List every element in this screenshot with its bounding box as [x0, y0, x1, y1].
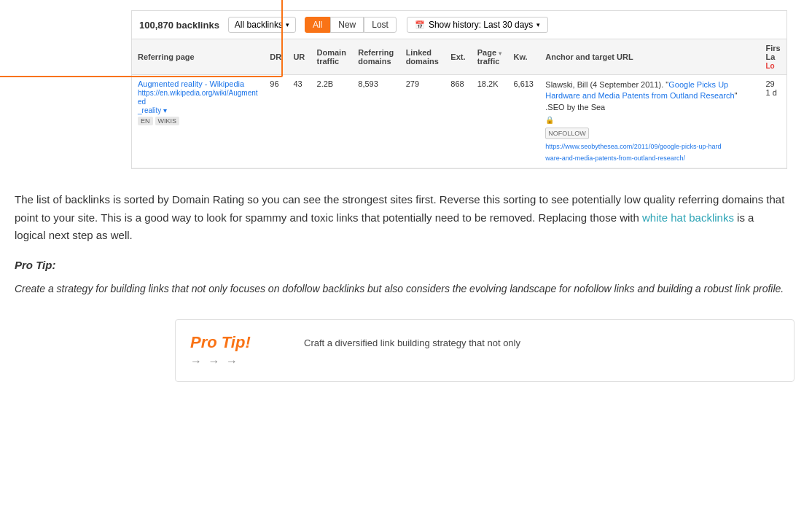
col-ext: Ext. [445, 39, 471, 75]
col-page-traffic[interactable]: Page ▾traffic [472, 39, 508, 75]
col-ur: UR [287, 39, 311, 75]
linked-domains-value: 279 [400, 75, 445, 168]
main-paragraph: The list of backlinks is sorted by Domai… [15, 191, 787, 245]
ur-value: 43 [287, 75, 311, 168]
domain-traffic-value: 2.2B [311, 75, 353, 168]
history-button[interactable]: 📅 Show history: Last 30 days ▾ [407, 17, 548, 33]
backlink-count: 100,870 backlinks [139, 20, 219, 31]
col-domain-traffic[interactable]: Domaintraffic [311, 39, 353, 75]
pro-tip-card-title: Pro Tip! [190, 333, 292, 352]
backlinks-table-section: 100,870 backlinks All backlinks ▾ All Ne… [131, 10, 787, 169]
referring-page-cell: Augmented reality - Wikipedia https://en… [132, 75, 264, 168]
all-backlinks-label: All backlinks [235, 20, 283, 30]
col-anchor-url: Anchor and target URL [539, 39, 760, 75]
history-label: Show history: Last 30 days [429, 20, 533, 30]
last-seen-value: 1 d [765, 88, 781, 97]
tag-group: EN WIKIS [138, 117, 258, 125]
pro-tip-label: Pro Tip: [15, 257, 787, 275]
anchor-url-link[interactable]: https://www.seobythesea.com/2011/09/goog… [545, 143, 721, 161]
history-chevron-icon: ▾ [536, 21, 540, 28]
anchor-prefix-text: Slawski, Bill (4 September 2011). " [545, 80, 668, 89]
tag-en: EN [138, 117, 153, 125]
kw-value: 6,613 [507, 75, 539, 168]
all-backlinks-dropdown[interactable]: All backlinks ▾ [228, 17, 296, 33]
chevron-down-icon: ▾ [286, 21, 289, 28]
col-referring-domains: Referringdomains [352, 39, 399, 75]
white-hat-backlinks-link[interactable]: white hat backlinks [642, 211, 734, 224]
calendar-icon: 📅 [415, 20, 425, 30]
col-first-last: FirsLaLo [760, 39, 786, 75]
tab-new[interactable]: New [330, 17, 364, 33]
pro-tip-card-left: Pro Tip! → → → [190, 333, 292, 368]
body-text-section: The list of backlinks is sorted by Domai… [0, 169, 802, 312]
dr-value: 96 [264, 75, 287, 168]
col-linked-domains: Linkeddomains [400, 39, 445, 75]
referring-page-title-link[interactable]: Augmented reality - Wikipedia [138, 79, 244, 88]
referring-page-url-link[interactable]: https://en.wikipedia.org/wiki/Augmented_… [138, 89, 258, 114]
pro-tip-card-arrows: → → → [190, 355, 292, 368]
pro-tip-card: Pro Tip! → → → Craft a diversified link … [175, 319, 795, 382]
table-row: Augmented reality - Wikipedia https://en… [132, 75, 786, 168]
col-dr[interactable]: DR [264, 39, 287, 75]
pro-tip-card-text: Craft a diversified link building strate… [304, 333, 520, 351]
col-kw: Kw. [507, 39, 539, 75]
first-seen-value: 29 [765, 79, 781, 88]
anchor-icon: 🔒 [545, 116, 554, 124]
pro-tip-body: Create a strategy for building links tha… [15, 281, 787, 297]
tag-wikis: WIKIS [155, 117, 180, 125]
table-header-row: Referring page DR UR Domaintraffic Refer… [132, 39, 786, 75]
page-traffic-value: 18.2K [472, 75, 508, 168]
anchor-cell: Slawski, Bill (4 September 2011). "Googl… [539, 75, 760, 168]
ext-value: 868 [445, 75, 471, 168]
nofollow-badge: NOFOLLOW [545, 128, 589, 140]
col-referring-page: Referring page [132, 39, 264, 75]
backlinks-data-table: Referring page DR UR Domaintraffic Refer… [132, 39, 786, 168]
first-last-cell: 29 1 d [760, 75, 786, 168]
referring-domains-value: 8,593 [352, 75, 399, 168]
tab-all[interactable]: All [305, 17, 330, 33]
table-toolbar: 100,870 backlinks All backlinks ▾ All Ne… [132, 11, 786, 39]
filter-tabs: All New Lost [305, 17, 397, 33]
tab-lost[interactable]: Lost [364, 17, 397, 33]
highlight-container: This is a good way to look for spammy an… [15, 211, 754, 242]
